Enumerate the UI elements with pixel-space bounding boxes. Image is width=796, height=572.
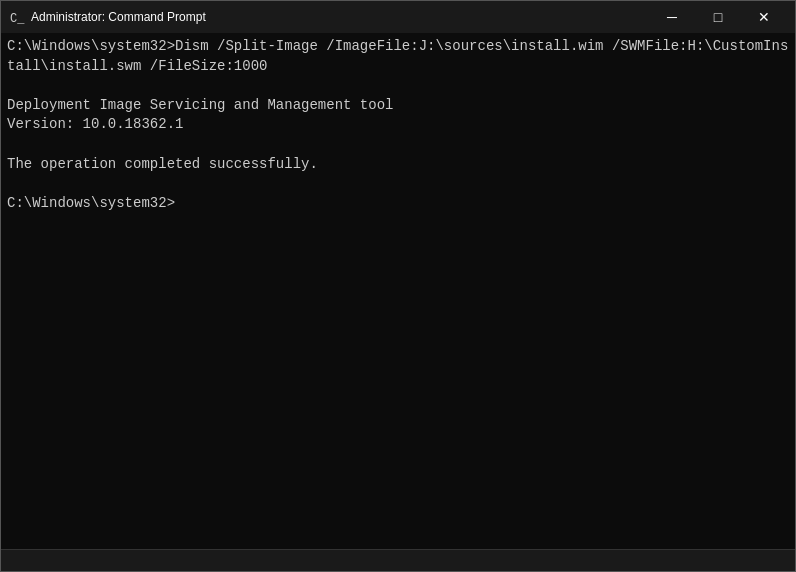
window-controls: ─ □ ✕ [649, 1, 787, 33]
minimize-button[interactable]: ─ [649, 1, 695, 33]
console-output: C:\Windows\system32>Dism /Split-Image /I… [7, 37, 789, 213]
maximize-button[interactable]: □ [695, 1, 741, 33]
cmd-icon: C_ [9, 9, 25, 25]
svg-text:C_: C_ [10, 12, 25, 25]
window-title: Administrator: Command Prompt [31, 10, 649, 24]
console-area[interactable]: C:\Windows\system32>Dism /Split-Image /I… [1, 33, 795, 549]
close-button[interactable]: ✕ [741, 1, 787, 33]
bottom-bar [1, 549, 795, 571]
title-bar: C_ Administrator: Command Prompt ─ □ ✕ [1, 1, 795, 33]
cmd-window: C_ Administrator: Command Prompt ─ □ ✕ C… [0, 0, 796, 572]
